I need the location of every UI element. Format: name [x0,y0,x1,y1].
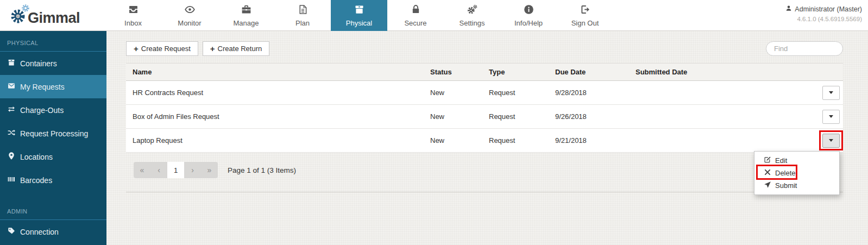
cell-due-date: 9/21/2018 [549,136,629,145]
sidebar-item-barcodes[interactable]: Barcodes [0,168,106,192]
nav-tab-sign-out[interactable]: Sign Out [557,0,613,31]
pager-first-button[interactable]: « [134,162,150,178]
find-input[interactable] [766,41,843,56]
cell-type: Request [482,89,549,97]
cell-type: Request [482,112,549,121]
menu-item-submit[interactable]: Submit [754,179,839,192]
gimmal-logo: Gimmal [0,0,105,30]
nav-label: Info/Help [514,19,543,27]
toolbar: + Create Request + Create Return [126,41,843,56]
menu-item-label: Edit [775,156,787,165]
pager-buttons: « ‹ 1 › » [134,162,218,178]
x-icon [764,168,771,178]
row-actions-dropdown-button[interactable] [822,110,840,124]
nav-tab-secure[interactable]: Secure [387,0,444,31]
create-return-button[interactable]: + Create Return [203,41,269,56]
eye-icon [184,4,196,17]
sidebar-item-containers[interactable]: Containers [0,52,106,75]
nav-label: Inbox [124,19,142,27]
pager-summary: Page 1 of 1 (3 Items) [228,166,296,174]
cell-name: Box of Admin Files Request [126,112,424,121]
gears-icon [467,4,478,17]
table-row[interactable]: HR Contracts Request New Request 9/28/20… [126,81,843,105]
nav-tab-settings[interactable]: Settings [444,0,500,31]
sign-out-icon [580,4,591,17]
nav-tab-physical[interactable]: Physical [331,0,387,31]
table-row[interactable]: Laptop Request New Request 9/21/2018 [126,129,843,153]
cell-due-date: 9/26/2018 [549,112,629,121]
sidebar-item-charge-outs[interactable]: Charge-Outs [0,98,106,122]
pager-page-1-button[interactable]: 1 [167,162,184,178]
logo-text: Gimmal [28,10,80,27]
caret-down-icon [829,139,833,142]
swap-arrows-icon [7,105,16,115]
nav-tab-inbox[interactable]: Inbox [105,0,161,31]
nav-tab-info-help[interactable]: Info/Help [500,0,557,31]
row-actions-dropdown-button-open[interactable] [822,134,840,148]
table-header-row: Name Status Type Due Date Submitted Date [126,63,843,81]
sidebar-item-label: Barcodes [20,176,52,185]
row-actions-menu: Edit Delete Submit [754,151,840,195]
sidebar-section-admin: ADMIN [0,192,106,219]
app-window: Gimmal Inbox Monitor Manage [0,0,868,245]
column-header-submitted-date[interactable]: Submitted Date [629,68,710,76]
lock-icon [410,4,422,17]
envelope-icon [7,81,16,92]
tag-icon [7,227,16,237]
inbox-icon [128,4,139,17]
sidebar: PHYSICAL Containers My Requests Charge-O… [0,31,106,245]
menu-item-delete[interactable]: Delete [754,167,839,179]
cell-status: New [424,136,482,145]
row-actions-dropdown-button[interactable] [822,86,840,100]
cell-due-date: 9/28/2018 [549,89,629,97]
sidebar-section-physical: PHYSICAL [0,31,106,51]
user-name-row[interactable]: Administrator (Master) [785,5,862,13]
table-row[interactable]: Box of Admin Files Request New Request 9… [126,105,843,129]
nav-tab-plan[interactable]: Plan [274,0,331,31]
cell-actions [710,110,843,124]
column-header-name[interactable]: Name [126,68,424,76]
cell-type: Request [482,136,549,145]
cell-actions [710,86,843,100]
column-header-type[interactable]: Type [482,68,549,76]
sidebar-item-label: Charge-Outs [20,106,64,115]
pagination: « ‹ 1 › » Page 1 of 1 (3 Items) [126,162,843,178]
sidebar-item-label: Locations [20,153,53,161]
edit-icon [764,156,771,165]
plus-icon: + [134,44,139,53]
briefcase-icon [241,4,252,17]
user-label: Administrator (Master) [795,5,862,13]
sidebar-item-locations[interactable]: Locations [0,145,106,168]
sidebar-item-label: Request Processing [20,129,88,138]
cell-status: New [424,89,482,97]
plus-icon: + [210,44,215,53]
sidebar-item-label: My Requests [20,83,65,91]
barcode-icon [7,175,16,185]
nav-label: Plan [295,19,310,27]
top-header: Gimmal Inbox Monitor Manage [0,0,868,31]
sidebar-item-label: Containers [20,59,57,68]
main-nav: Inbox Monitor Manage Plan [105,0,613,31]
column-header-due-date[interactable]: Due Date [549,68,629,76]
document-icon [297,4,309,17]
caret-down-icon [829,91,833,94]
person-icon [785,5,792,13]
nav-label: Physical [346,19,372,27]
menu-item-label: Delete [775,169,796,177]
column-header-status[interactable]: Status [424,68,482,76]
requests-table: Name Status Type Due Date Submitted Date… [126,63,843,153]
nav-label: Settings [460,19,485,27]
pager-prev-button[interactable]: ‹ [150,162,167,178]
container-box-icon [7,58,16,68]
create-request-button[interactable]: + Create Request [126,41,198,56]
nav-tab-monitor[interactable]: Monitor [161,0,218,31]
sidebar-item-connection[interactable]: Connection [0,220,106,243]
main-content: + Create Request + Create Return Name St… [106,31,868,245]
sidebar-item-my-requests[interactable]: My Requests [0,75,106,98]
nav-tab-manage[interactable]: Manage [218,0,274,31]
menu-item-edit[interactable]: Edit [754,154,839,167]
sidebar-item-request-processing[interactable]: Request Processing [0,122,106,145]
app-version: 4.6.1.0 (4.5.6919.5569) [785,16,862,22]
pager-last-button[interactable]: » [201,162,218,178]
pager-next-button[interactable]: › [184,162,201,178]
